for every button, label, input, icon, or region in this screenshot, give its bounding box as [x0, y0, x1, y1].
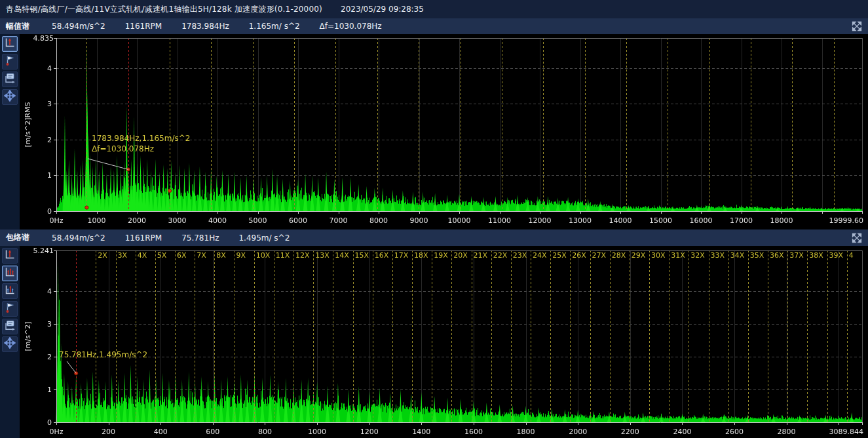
envelope-spectrum-toolbar: [0, 246, 20, 438]
sideband-cursor-icon: [4, 284, 16, 298]
cursor-frequency-value: 1783.984Hz: [181, 22, 229, 31]
chart-window-tool[interactable]: [2, 319, 18, 334]
flag-marker-tool[interactable]: [2, 54, 18, 70]
chart-window-icon: [4, 72, 16, 87]
rpm-value: 1161RPM: [125, 22, 162, 31]
cursor-frequency-value: 75.781Hz: [181, 233, 219, 243]
sideband-cursor-tool[interactable]: [2, 283, 18, 299]
envelope-spectrum-panel: [0, 246, 868, 438]
delta-frequency-value: Δf=1030.078Hz: [320, 22, 382, 31]
vibration-analysis-window: 青岛特钢/高线厂/一高线/11V立式轧机/减速机1轴输出5H/128k 加速度波…: [0, 0, 868, 438]
amplitude-spectrum-header: 幅值谱 58.494m/s^2 1161RPM 1783.984Hz 1.165…: [0, 18, 868, 34]
expand-icon[interactable]: [851, 232, 863, 244]
flag-icon: [4, 302, 16, 316]
cursor-amplitude-value: 1.495m/ s^2: [238, 233, 290, 243]
overall-rms-value: 58.494m/s^2: [52, 22, 105, 31]
peak-cursor-icon: [4, 249, 16, 263]
peak-cursor-tool[interactable]: [2, 248, 18, 264]
amplitude-spectrum-panel: [0, 34, 868, 229]
flag-icon: [4, 54, 16, 69]
measurement-datetime: 2023/05/29 09:28:35: [341, 5, 424, 14]
pan-tool[interactable]: [2, 89, 18, 105]
peak-cursor-icon: [4, 37, 16, 51]
envelope-spectrum-plot[interactable]: [20, 246, 868, 438]
harmonic-cursor-tool[interactable]: [2, 266, 18, 281]
expand-icon[interactable]: [851, 20, 863, 32]
overall-rms-value: 58.494m/s^2: [52, 233, 105, 243]
amplitude-spectrum-toolbar: [0, 34, 20, 229]
move-icon: [4, 90, 16, 104]
envelope-spectrum-header: 包络谱 58.494m/s^2 1161RPM 75.781Hz 1.495m/…: [0, 229, 868, 246]
amplitude-spectrum-plot[interactable]: [20, 34, 868, 229]
flag-marker-tool[interactable]: [2, 301, 18, 317]
chart-window-icon: [4, 319, 16, 334]
window-title-bar: 青岛特钢/高线厂/一高线/11V立式轧机/减速机1轴输出5H/128k 加速度波…: [0, 0, 868, 18]
amplitude-spectrum-title: 幅值谱: [6, 21, 29, 32]
measurement-point-path: 青岛特钢/高线厂/一高线/11V立式轧机/减速机1轴输出5H/128k 加速度波…: [6, 4, 322, 15]
envelope-spectrum-title: 包络谱: [6, 232, 29, 243]
rpm-value: 1161RPM: [125, 233, 162, 243]
harmonic-cursor-icon: [4, 266, 16, 281]
peak-cursor-tool[interactable]: [2, 36, 18, 52]
pan-tool[interactable]: [2, 336, 18, 352]
move-icon: [4, 337, 16, 351]
cursor-amplitude-value: 1.165m/ s^2: [249, 22, 300, 31]
chart-window-tool[interactable]: [2, 71, 18, 87]
